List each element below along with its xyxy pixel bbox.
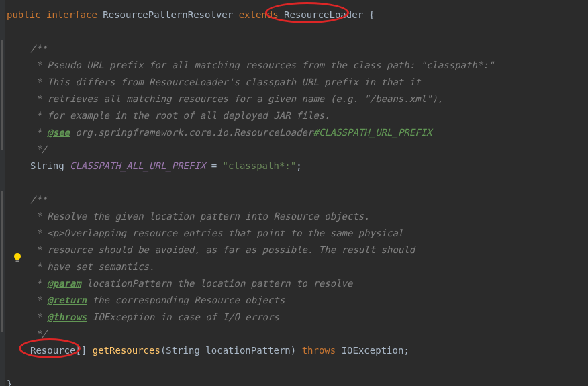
- comment: * resource should be avoided, as far as …: [30, 244, 415, 255]
- comment: * Pseudo URL prefix for all matching res…: [30, 60, 494, 70]
- code-line: String CLASSPATH_ALL_URL_PREFIX = "class…: [7, 158, 588, 175]
- comment: * Resolve the given location pattern int…: [30, 211, 370, 222]
- operator: =: [205, 160, 222, 171]
- keyword: public: [7, 9, 41, 20]
- comment: * have set semantics.: [30, 261, 154, 272]
- keyword: interface: [46, 9, 97, 20]
- comment: /**: [30, 194, 47, 205]
- comment: * for example in the root of all deploye…: [30, 110, 330, 121]
- blank-line: [7, 175, 588, 191]
- type: String: [30, 160, 70, 171]
- string-literal: "classpath*:": [223, 160, 297, 171]
- semicolon: ;: [296, 160, 301, 171]
- comment: */: [30, 144, 47, 154]
- array-brackets: []: [75, 345, 92, 356]
- keyword: throws: [302, 345, 336, 356]
- code-editor[interactable]: public interface ResourcePatternResolver…: [0, 0, 588, 386]
- doc-reference: org.springframework.core.io.ResourceLoad…: [70, 127, 313, 138]
- doc-comment-line: * This differs from ResourceLoader's cla…: [7, 74, 588, 91]
- code-line: }: [7, 376, 588, 386]
- comment: *: [30, 278, 47, 289]
- doc-comment-line: * Resolve the given location pattern int…: [7, 208, 588, 225]
- comment: */: [30, 328, 47, 339]
- comment: in case of I/O errors: [154, 311, 279, 322]
- doc-comment-line: * retrieves all matching resources for a…: [7, 91, 588, 107]
- doc-tag: @see: [47, 127, 70, 138]
- paren: ): [291, 345, 302, 356]
- comment: * <p>Overlapping resource entries that p…: [30, 228, 403, 238]
- doc-comment-line: /**: [7, 40, 588, 57]
- exception-type: IOException: [336, 345, 403, 356]
- comment: *: [30, 311, 47, 322]
- doc-comment-line: * Pseudo URL prefix for all matching res…: [7, 57, 588, 74]
- doc-comment-line: * @return the corresponding Resource obj…: [7, 292, 588, 309]
- doc-comment-line: * resource should be avoided, as far as …: [7, 242, 588, 258]
- doc-comment-line: * have set semantics.: [7, 258, 588, 275]
- brace: }: [7, 379, 12, 386]
- comment: *: [30, 295, 47, 305]
- doc-comment-line: * <p>Overlapping resource entries that p…: [7, 225, 588, 242]
- class-name: ResourcePatternResolver: [103, 9, 233, 20]
- doc-tag: @return: [47, 295, 87, 305]
- keyword: extends: [239, 9, 279, 20]
- doc-comment-line: * @throws IOException in case of I/O err…: [7, 309, 588, 326]
- doc-comment-line: /**: [7, 191, 588, 208]
- semicolon: ;: [403, 345, 409, 356]
- param-name: locationPattern: [205, 345, 290, 356]
- comment: * This differs from ResourceLoader's cla…: [30, 77, 421, 87]
- blank-line: [7, 23, 588, 40]
- doc-comment-line: * @param locationPattern the location pa…: [7, 275, 588, 292]
- comment: *: [30, 127, 47, 138]
- return-type: Resource: [30, 345, 75, 356]
- method-name: getResources: [93, 345, 160, 356]
- doc-tag: @throws: [47, 311, 87, 322]
- doc-comment-line: * @see org.springframework.core.io.Resou…: [7, 124, 588, 141]
- param-type: String: [166, 345, 205, 356]
- param-name: locationPattern: [81, 278, 172, 289]
- parent-class: ResourceLoader: [284, 9, 363, 20]
- doc-link: #CLASSPATH_URL_PREFIX: [313, 127, 432, 138]
- exception-name: IOException: [87, 311, 154, 322]
- doc-comment-line: */: [7, 326, 588, 342]
- code-line: public interface ResourcePatternResolver…: [7, 7, 588, 23]
- comment: * retrieves all matching resources for a…: [30, 93, 443, 104]
- doc-tag: @param: [47, 278, 81, 289]
- brace: {: [363, 9, 375, 20]
- comment: the corresponding Resource objects: [87, 295, 285, 305]
- doc-comment-line: */: [7, 141, 588, 158]
- comment: the location pattern to resolve: [172, 278, 353, 289]
- field-name: CLASSPATH_ALL_URL_PREFIX: [70, 160, 205, 171]
- comment: /**: [30, 43, 47, 54]
- doc-comment-line: * for example in the root of all deploye…: [7, 107, 588, 124]
- blank-line: [7, 359, 588, 376]
- code-line: Resource[] getResources(String locationP…: [7, 342, 588, 359]
